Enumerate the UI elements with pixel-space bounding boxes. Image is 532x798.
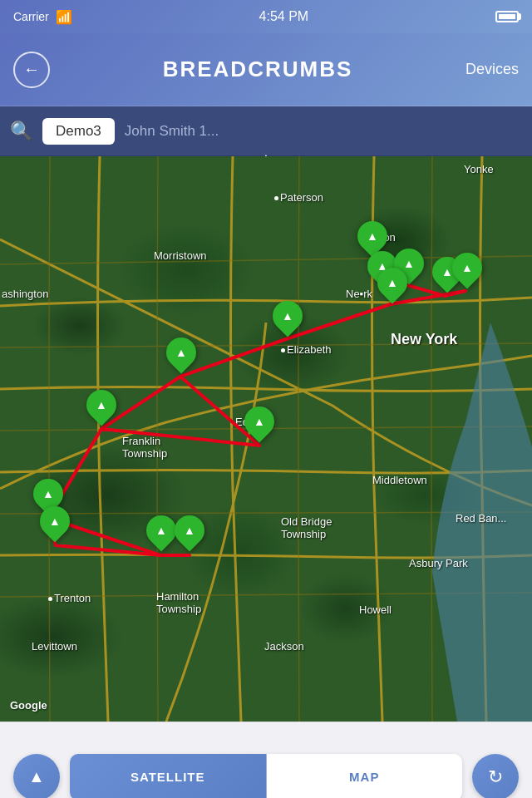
map-label: MAP	[349, 770, 379, 784]
satellite-toggle-button[interactable]: SATELLITE	[70, 754, 267, 799]
status-carrier: Carrier 📶	[13, 9, 72, 25]
battery-icon	[495, 11, 519, 22]
location-pin-7[interactable]	[273, 301, 303, 337]
location-pin-14[interactable]	[175, 515, 204, 552]
page-title: BREADCRUMBS	[163, 57, 353, 82]
location-pin-12[interactable]	[40, 506, 70, 543]
location-pin-6[interactable]	[377, 268, 407, 304]
status-bar: Carrier 📶 4:54 PM	[0, 0, 532, 33]
satellite-label: SATELLITE	[131, 770, 205, 784]
back-arrow-icon: ←	[23, 60, 40, 79]
location-pin-8[interactable]	[166, 337, 196, 374]
refresh-icon: ↻	[488, 766, 503, 788]
bottom-bar: ▲ SATELLITE MAP ↻	[0, 722, 532, 798]
search-icon: 🔍	[10, 121, 32, 142]
nav-bar: ← BREADCRUMBS Devices	[0, 33, 532, 106]
location-pin-13[interactable]	[146, 515, 176, 552]
up-arrow-icon: ▲	[28, 767, 45, 786]
scroll-up-button[interactable]: ▲	[13, 754, 60, 799]
map-area: Paterson Morristown Clifton Ne▪rk Elizab…	[0, 156, 532, 722]
location-pin-9[interactable]	[86, 390, 116, 426]
tab-demo3[interactable]: Demo3	[42, 118, 115, 145]
google-watermark: Google	[10, 699, 47, 712]
back-button[interactable]: ←	[13, 52, 50, 88]
carrier-label: Carrier	[13, 10, 49, 23]
map-type-toggle: SATELLITE MAP	[70, 754, 462, 799]
refresh-button[interactable]: ↻	[472, 754, 519, 799]
status-battery	[495, 11, 519, 22]
location-pin-5[interactable]	[452, 253, 482, 289]
wifi-icon: 📶	[56, 9, 72, 25]
tab-john[interactable]: John Smith 1...	[125, 123, 522, 140]
location-pin-10[interactable]	[244, 406, 274, 443]
status-time: 4:54 PM	[259, 9, 309, 24]
map-toggle-button[interactable]: MAP	[267, 754, 463, 799]
devices-button[interactable]: Devices	[466, 61, 519, 78]
search-bar: 🔍 Demo3 John Smith 1...	[0, 106, 532, 156]
